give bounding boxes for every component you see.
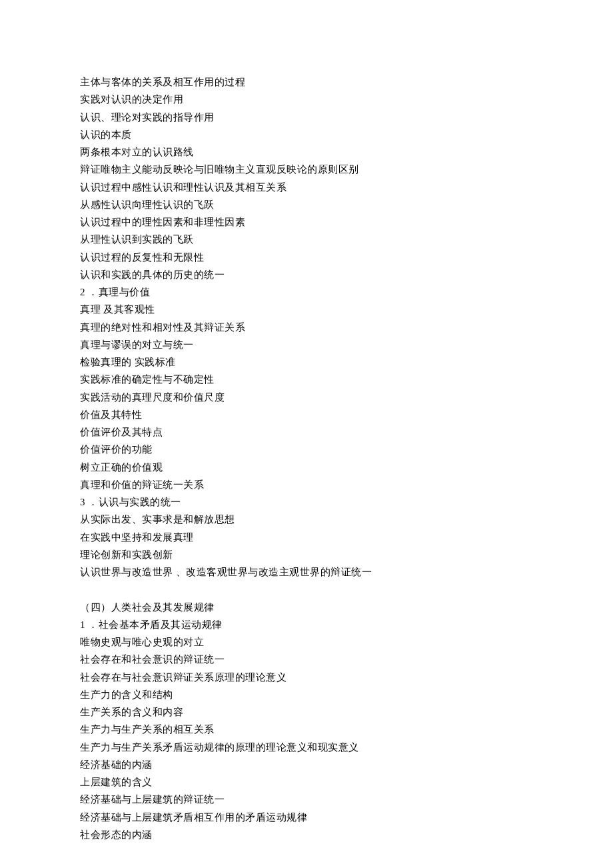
text-line: 价值评价及其特点 (80, 423, 533, 441)
text-line: 认识、理论对实践的指导作用 (80, 109, 533, 126)
text-line: 唯物史观与唯心史观的对立 (80, 633, 533, 651)
text-line: 上层建筑的含义 (80, 773, 533, 791)
text-line: 2 ．真理与价值 (80, 283, 533, 301)
text-line: 认识过程中感性认识和理性认识及其相互关系 (80, 179, 533, 196)
text-line: 经济基础的内涵 (80, 756, 533, 773)
text-line: 实践活动的真理尺度和价值尺度 (80, 389, 533, 406)
text-line: 从感性认识向理性认识的飞跃 (80, 196, 533, 213)
text-line: 认识世界与改造世界 、改造客观世界与改造主观世界的辩证统一 (80, 563, 533, 581)
text-line: 认识过程的反复性和无限性 (80, 249, 533, 266)
text-line: 检验真理的 实践标准 (80, 353, 533, 371)
text-line: 实践标准的确定性与不确定性 (80, 371, 533, 388)
text-line: 真理的绝对性和相对性及其辩证关系 (80, 319, 533, 336)
text-line: 认识过程中的理性因素和非理性因素 (80, 213, 533, 231)
text-line: 社会形态的内涵 (80, 826, 533, 843)
text-line: 社会存在与社会意识辩证关系原理的理论意义 (80, 669, 533, 686)
text-line: 1 ．社会基本矛盾及其运动规律 (80, 616, 533, 633)
text-line: 经济基础与上层建筑矛盾相互作用的矛盾运动规律 (80, 809, 533, 826)
text-line: 认识和实践的具体的历史的统一 (80, 266, 533, 283)
text-line: 生产力与生产关系矛盾运动规律的原理的理论意义和现实意义 (80, 739, 533, 756)
text-line: 辩证唯物主义能动反映论与旧唯物主义直观反映论的原则区别 (80, 161, 533, 178)
text-line: 社会存在和社会意识的辩证统一 (80, 651, 533, 668)
text-line: 主体与客体的关系及相互作用的过程 (80, 73, 533, 91)
text-line: 从实际出发、实事求是和解放思想 (80, 511, 533, 528)
text-line: 两条根本对立的认识路线 (80, 143, 533, 161)
text-line: 认识的本质 (80, 126, 533, 143)
text-line: 3 ．认识与实践的统一 (80, 493, 533, 511)
text-line: 生产关系的含义和内容 (80, 703, 533, 721)
text-line: 从理性认识到实践的飞跃 (80, 231, 533, 248)
text-line: 实践对认识的决定作用 (80, 91, 533, 108)
text-line: 价值及其特性 (80, 406, 533, 423)
text-line: 价值评价的功能 (80, 441, 533, 458)
blank-line (80, 581, 533, 598)
text-line: 真理 及其客观性 (80, 301, 533, 318)
text-line: 生产力的含义和结构 (80, 686, 533, 703)
text-line: 生产力与生产关系的相互关系 (80, 721, 533, 738)
text-line: （四）人类社会及其发展规律 (80, 599, 533, 616)
text-line: 在实践中坚持和发展真理 (80, 529, 533, 546)
document-body: 主体与客体的关系及相互作用的过程实践对认识的决定作用认识、理论对实践的指导作用认… (80, 73, 533, 843)
text-line: 经济基础与上层建筑的辩证统一 (80, 791, 533, 808)
text-line: 真理与谬误的对立与统一 (80, 336, 533, 353)
text-line: 树立正确的价值观 (80, 459, 533, 476)
text-line: 理论创新和实践创新 (80, 546, 533, 563)
text-line: 真理和价值的辩证统一关系 (80, 476, 533, 493)
